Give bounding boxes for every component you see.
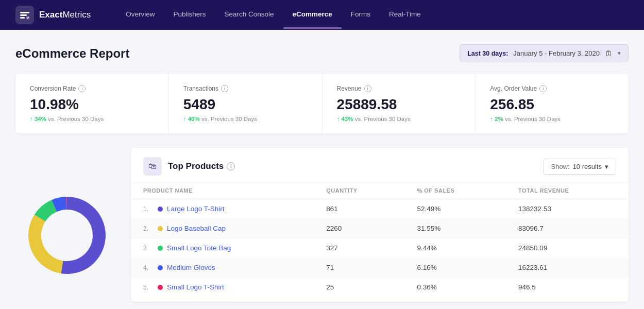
stat-value-avg-order: 256.85 (490, 96, 614, 113)
change-text-transactions: vs. Previous 30 Days (201, 116, 257, 122)
stat-value-conversion-rate: 10.98% (30, 96, 154, 113)
page-content: eCommerce Report Last 30 days: January 5… (0, 30, 644, 309)
quantity-cell-3: 71 (314, 258, 404, 278)
stat-card-transactions: Transactions i 5489 ↑ 40% vs. Previous 3… (169, 74, 323, 133)
product-link-3[interactable]: Medium Gloves (167, 264, 215, 271)
top-products-panel: 🛍 Top Products i Show: 10 results ▾ PROD… (131, 148, 629, 302)
products-table: PRODUCT NAMEQUANTITY% OF SALESTOTAL REVE… (131, 182, 629, 297)
change-pct-avg-order: ↑ 2% (490, 116, 503, 122)
products-title-area: 🛍 Top Products i (143, 157, 235, 176)
product-color-dot-3 (158, 265, 163, 270)
stat-change-transactions: ↑ 40% vs. Previous 30 Days (183, 116, 308, 122)
change-text-conversion-rate: vs. Previous 30 Days (48, 116, 104, 122)
product-color-dot-0 (158, 207, 163, 212)
row-num-4: 5. (143, 284, 154, 291)
quantity-cell-1: 2260 (314, 219, 404, 238)
nav-item-real-time[interactable]: Real-Time (380, 1, 430, 29)
product-link-1[interactable]: Logo Baseball Cap (167, 225, 226, 232)
stat-label-revenue: Revenue i (337, 85, 461, 92)
nav-item-publishers[interactable]: Publishers (164, 1, 215, 29)
chevron-down-icon: ▾ (605, 163, 608, 170)
donut-segment (28, 214, 63, 273)
svg-rect-1 (20, 14, 27, 16)
info-icon-revenue[interactable]: i (364, 85, 371, 92)
nav-item-search-console[interactable]: Search Console (215, 1, 283, 29)
header: ExactMetrics OverviewPublishersSearch Co… (0, 0, 644, 30)
page-title: eCommerce Report (15, 46, 129, 61)
row-num-3: 4. (143, 264, 154, 271)
table-row: 1. Large Logo T-Shirt 861 52.49% 138232.… (131, 199, 629, 219)
stat-change-avg-order: ↑ 2% vs. Previous 30 Days (490, 116, 614, 122)
revenue-cell-2: 24850.09 (506, 238, 629, 258)
change-text-revenue: vs. Previous 30 Days (355, 116, 411, 122)
products-title: Top Products i (168, 161, 235, 171)
show-label: Show: (551, 163, 569, 170)
nav-item-overview[interactable]: Overview (116, 1, 164, 29)
logo-icon (15, 6, 34, 24)
product-link-2[interactable]: Small Logo Tote Bag (167, 244, 231, 252)
change-pct-transactions: ↑ 40% (183, 116, 200, 122)
show-value: 10 results (573, 163, 602, 170)
table-row: 2. Logo Baseball Cap 2260 31.55% 83096.7 (131, 219, 629, 238)
nav-item-ecommerce[interactable]: eCommerce (283, 1, 342, 29)
donut-chart (21, 189, 113, 282)
info-icon-conversion-rate[interactable]: i (78, 85, 86, 92)
product-color-dot-4 (158, 285, 163, 290)
product-link-4[interactable]: Small Logo T-Shirt (167, 283, 224, 291)
product-color-dot-1 (158, 226, 163, 231)
product-name-cell-0: 1. Large Logo T-Shirt (131, 199, 314, 219)
pct-sales-cell-3: 6.16% (404, 258, 506, 278)
bottom-section: 🛍 Top Products i Show: 10 results ▾ PROD… (15, 148, 629, 302)
stat-label-conversion-rate: Conversion Rate i (30, 85, 154, 92)
revenue-cell-1: 83096.7 (506, 219, 629, 238)
stat-card-conversion-rate: Conversion Rate i 10.98% ↑ 34% vs. Previ… (15, 74, 169, 133)
pct-sales-cell-1: 31.55% (404, 219, 506, 238)
table-row: 4. Medium Gloves 71 6.16% 16223.61 (131, 258, 629, 278)
quantity-cell-2: 327 (314, 238, 404, 258)
chevron-down-icon: ▾ (618, 50, 621, 57)
date-range: January 5 - February 3, 2020 (513, 49, 600, 57)
product-name-cell-4: 5. Small Logo T-Shirt (131, 278, 314, 297)
products-icon: 🛍 (143, 157, 162, 176)
stats-row: Conversion Rate i 10.98% ↑ 34% vs. Previ… (15, 74, 629, 133)
revenue-cell-0: 138232.53 (506, 199, 629, 219)
table-row: 5. Small Logo T-Shirt 25 0.36% 946.5 (131, 278, 629, 297)
product-name-cell-3: 4. Medium Gloves (131, 258, 314, 278)
info-icon-transactions[interactable]: i (221, 85, 228, 92)
row-num-1: 2. (143, 225, 154, 232)
col-header-0: PRODUCT NAME (131, 182, 314, 199)
pct-sales-cell-2: 9.44% (404, 238, 506, 258)
stat-change-revenue: ↑ 43% vs. Previous 30 Days (337, 116, 461, 122)
stat-change-conversion-rate: ↑ 34% vs. Previous 30 Days (30, 116, 154, 122)
row-num-0: 1. (143, 205, 154, 213)
report-header: eCommerce Report Last 30 days: January 5… (15, 44, 629, 62)
stat-value-transactions: 5489 (183, 96, 308, 113)
nav-item-forms[interactable]: Forms (342, 1, 380, 29)
info-icon[interactable]: i (227, 162, 235, 170)
col-header-3: TOTAL REVENUE (506, 182, 629, 199)
donut-chart-area (15, 148, 118, 302)
change-pct-conversion-rate: ↑ 34% (30, 116, 46, 122)
show-results-dropdown[interactable]: Show: 10 results ▾ (543, 159, 616, 175)
logo-text: ExactMetrics (39, 10, 91, 20)
row-num-2: 3. (143, 245, 154, 252)
main-nav: OverviewPublishersSearch ConsoleeCommerc… (116, 1, 430, 29)
svg-rect-2 (20, 17, 25, 19)
quantity-cell-0: 861 (314, 199, 404, 219)
stat-card-revenue: Revenue i 25889.58 ↑ 43% vs. Previous 30… (323, 74, 476, 133)
info-icon-avg-order[interactable]: i (539, 85, 547, 92)
stat-label-avg-order: Avg. Order Value i (490, 85, 614, 92)
table-row: 3. Small Logo Tote Bag 327 9.44% 24850.0… (131, 238, 629, 258)
product-color-dot-2 (158, 246, 163, 251)
change-text-avg-order: vs. Previous 30 Days (505, 116, 561, 122)
svg-rect-0 (20, 12, 29, 13)
products-header: 🛍 Top Products i Show: 10 results ▾ (131, 148, 629, 182)
logo: ExactMetrics (15, 6, 91, 24)
change-pct-revenue: ↑ 43% (337, 116, 353, 122)
date-picker[interactable]: Last 30 days: January 5 - February 3, 20… (460, 44, 629, 62)
stat-value-revenue: 25889.58 (337, 96, 461, 113)
product-name-cell-2: 3. Small Logo Tote Bag (131, 238, 314, 258)
revenue-cell-3: 16223.61 (506, 258, 629, 278)
product-link-0[interactable]: Large Logo T-Shirt (167, 205, 225, 213)
stat-card-avg-order: Avg. Order Value i 256.85 ↑ 2% vs. Previ… (476, 74, 629, 133)
